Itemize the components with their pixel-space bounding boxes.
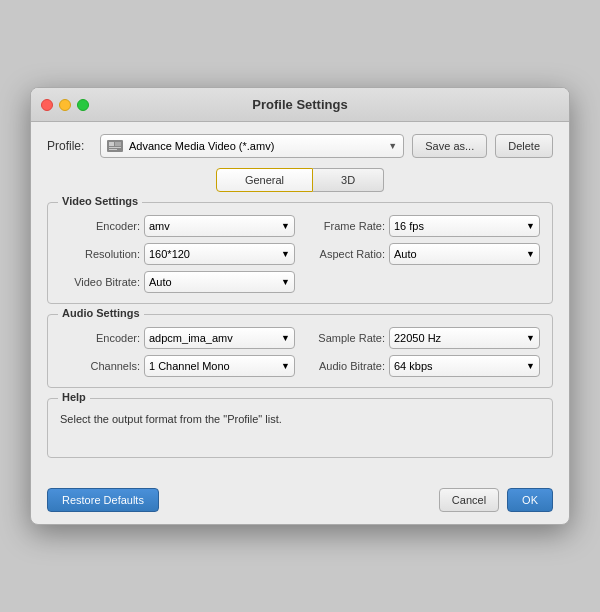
svg-rect-3 — [109, 149, 117, 150]
tabs-row: General 3D — [47, 168, 553, 192]
audio-encoder-row: Encoder: adpcm_ima_amv ▼ — [60, 327, 295, 349]
main-window: Profile Settings Profile: Advance Media … — [30, 87, 570, 525]
content-area: Profile: Advance Media Video (*.amv) ▼ S… — [31, 122, 569, 480]
footer-right: Cancel OK — [439, 488, 553, 512]
tab-general[interactable]: General — [216, 168, 313, 192]
cancel-button[interactable]: Cancel — [439, 488, 499, 512]
sample-rate-arrow: ▼ — [526, 333, 535, 343]
svg-rect-4 — [115, 142, 121, 146]
frame-rate-arrow: ▼ — [526, 221, 535, 231]
video-settings-section: Video Settings Encoder: amv ▼ Frame Rate… — [47, 202, 553, 304]
video-settings-label: Video Settings — [58, 195, 142, 207]
aspect-ratio-row: Aspect Ratio: Auto ▼ — [305, 243, 540, 265]
channels-label: Channels: — [60, 360, 140, 372]
close-button[interactable] — [41, 99, 53, 111]
minimize-button[interactable] — [59, 99, 71, 111]
profile-selected-text: Advance Media Video (*.amv) — [129, 140, 274, 152]
encoder-arrow: ▼ — [281, 221, 290, 231]
help-text: Select the output format from the "Profi… — [60, 411, 540, 428]
encoder-label: Encoder: — [60, 220, 140, 232]
audio-settings-grid: Encoder: adpcm_ima_amv ▼ Sample Rate: 22… — [60, 327, 540, 377]
profile-dropdown[interactable]: Advance Media Video (*.amv) ▼ — [100, 134, 404, 158]
frame-rate-label: Frame Rate: — [305, 220, 385, 232]
channels-arrow: ▼ — [281, 361, 290, 371]
svg-rect-2 — [109, 147, 121, 148]
ok-button[interactable]: OK — [507, 488, 553, 512]
save-as-button[interactable]: Save as... — [412, 134, 487, 158]
sample-rate-label: Sample Rate: — [305, 332, 385, 344]
video-bitrate-label: Video Bitrate: — [60, 276, 140, 288]
profile-icon — [107, 140, 123, 152]
audio-bitrate-dropdown[interactable]: 64 kbps ▼ — [389, 355, 540, 377]
maximize-button[interactable] — [77, 99, 89, 111]
footer: Restore Defaults Cancel OK — [31, 480, 569, 524]
video-bitrate-row: Video Bitrate: Auto ▼ — [60, 271, 295, 293]
audio-encoder-arrow: ▼ — [281, 333, 290, 343]
restore-defaults-button[interactable]: Restore Defaults — [47, 488, 159, 512]
channels-row: Channels: 1 Channel Mono ▼ — [60, 355, 295, 377]
encoder-row: Encoder: amv ▼ — [60, 215, 295, 237]
sample-rate-dropdown[interactable]: 22050 Hz ▼ — [389, 327, 540, 349]
audio-bitrate-row: Audio Bitrate: 64 kbps ▼ — [305, 355, 540, 377]
audio-bitrate-label: Audio Bitrate: — [305, 360, 385, 372]
aspect-ratio-arrow: ▼ — [526, 249, 535, 259]
audio-settings-label: Audio Settings — [58, 307, 144, 319]
audio-bitrate-arrow: ▼ — [526, 361, 535, 371]
sample-rate-row: Sample Rate: 22050 Hz ▼ — [305, 327, 540, 349]
help-section: Help Select the output format from the "… — [47, 398, 553, 458]
frame-rate-dropdown[interactable]: 16 fps ▼ — [389, 215, 540, 237]
titlebar: Profile Settings — [31, 88, 569, 122]
video-settings-grid: Encoder: amv ▼ Frame Rate: 16 fps ▼ — [60, 215, 540, 293]
traffic-lights — [41, 99, 89, 111]
audio-encoder-label: Encoder: — [60, 332, 140, 344]
profile-label: Profile: — [47, 139, 92, 153]
profile-row: Profile: Advance Media Video (*.amv) ▼ S… — [47, 134, 553, 158]
window-title: Profile Settings — [252, 97, 347, 112]
audio-encoder-dropdown[interactable]: adpcm_ima_amv ▼ — [144, 327, 295, 349]
profile-dropdown-arrow: ▼ — [388, 141, 397, 151]
resolution-label: Resolution: — [60, 248, 140, 260]
resolution-arrow: ▼ — [281, 249, 290, 259]
aspect-ratio-dropdown[interactable]: Auto ▼ — [389, 243, 540, 265]
video-bitrate-dropdown[interactable]: Auto ▼ — [144, 271, 295, 293]
help-label: Help — [58, 391, 90, 403]
resolution-row: Resolution: 160*120 ▼ — [60, 243, 295, 265]
frame-rate-row: Frame Rate: 16 fps ▼ — [305, 215, 540, 237]
svg-rect-1 — [109, 142, 114, 146]
encoder-dropdown[interactable]: amv ▼ — [144, 215, 295, 237]
audio-settings-section: Audio Settings Encoder: adpcm_ima_amv ▼ … — [47, 314, 553, 388]
tab-3d[interactable]: 3D — [313, 168, 384, 192]
video-bitrate-arrow: ▼ — [281, 277, 290, 287]
channels-dropdown[interactable]: 1 Channel Mono ▼ — [144, 355, 295, 377]
aspect-ratio-label: Aspect Ratio: — [305, 248, 385, 260]
resolution-dropdown[interactable]: 160*120 ▼ — [144, 243, 295, 265]
delete-button[interactable]: Delete — [495, 134, 553, 158]
